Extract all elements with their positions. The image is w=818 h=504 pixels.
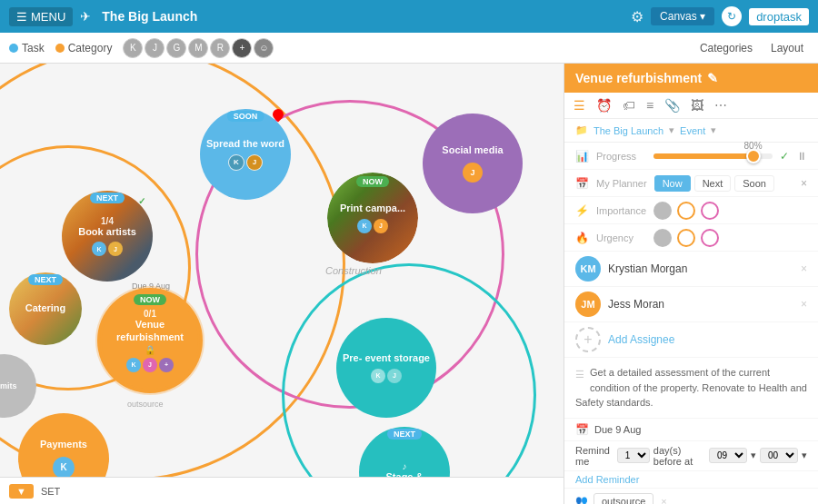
add-assignee-row[interactable]: + Add Assignee [564, 322, 818, 358]
urgency-dots [653, 229, 719, 247]
pause-icon[interactable]: ⏸ [796, 150, 807, 163]
importance-dot-1[interactable] [653, 202, 672, 220]
task-name-print: Print campa... [334, 203, 411, 214]
task-pre-event-storage[interactable]: Pre- event storage K J [336, 318, 436, 418]
due-date-row: 📅 Due 9 Aug [564, 419, 818, 441]
venue-fraction: 0/1 [144, 309, 156, 319]
payments-av1: K [53, 457, 75, 479]
remind-sep: ▾ [751, 450, 756, 461]
progress-thumb[interactable] [746, 149, 761, 163]
importance-dot-3[interactable] [701, 202, 719, 220]
remind-hour-select[interactable]: 0910 [709, 448, 747, 463]
outsource-button[interactable]: outsource [594, 493, 653, 505]
panel-toolbar: ☰ ⏰ 🏷 ≡ 📎 🖼 ⋯ [564, 93, 818, 119]
task-spread-the-word[interactable]: SOON Spread the word K J [200, 109, 291, 200]
breadcrumb-event[interactable]: Event [680, 125, 705, 136]
bc-folder-icon: 📁 [575, 124, 588, 136]
description-tool-icon[interactable]: ☰ [574, 98, 585, 113]
remind-row: Remind me 123 day(s) before at 0910 ▾ 00… [564, 441, 818, 471]
badge-next-catering: NEXT [28, 274, 63, 285]
panel-header: Venue refurbishment ✎ [564, 64, 818, 93]
image-tool-icon[interactable]: 🖼 [691, 98, 703, 113]
task-name-payments: Payments [35, 439, 93, 450]
importance-dot-2[interactable] [677, 202, 695, 220]
alarm-tool-icon[interactable]: ⏰ [596, 98, 612, 113]
add-assignee-label[interactable]: Add Assignee [608, 333, 674, 346]
task-venue-refurbishment[interactable]: NOW 0/1 Venue refurbishment 🔒 K J + [100, 291, 200, 390]
layout-button[interactable]: Layout [765, 40, 809, 56]
remind-min-select[interactable]: 001530 [760, 448, 798, 463]
planner-next-button[interactable]: Next [694, 175, 732, 192]
filterbar: ▼ SET [0, 477, 564, 504]
task-print-campaign[interactable]: NOW Print campa... K J [327, 173, 418, 263]
avatar-6[interactable]: + [232, 38, 252, 58]
edit-icon[interactable]: ✎ [707, 71, 718, 85]
more-tool-icon[interactable]: ⋯ [714, 98, 727, 113]
remind-min-arrow: ▾ [802, 450, 807, 461]
filter-button[interactable]: ▼ [9, 484, 34, 499]
assignee-remove-1[interactable]: × [801, 262, 807, 275]
tag-tool-icon[interactable]: 🏷 [623, 98, 635, 113]
urgency-dot-2[interactable] [677, 229, 695, 247]
remind-days-select[interactable]: 123 [617, 448, 650, 463]
canvas[interactable]: Construction SOON Spread the word K J NE… [0, 64, 564, 504]
avatar-4[interactable]: M [188, 38, 208, 58]
task-name-social: Social media [436, 144, 508, 156]
avatar-filter-group[interactable]: K J G M R + ☺ [123, 38, 274, 58]
urgency-row: 🔥 Urgency [564, 224, 818, 252]
description-icon: ☰ [575, 367, 584, 382]
menu-button[interactable]: ☰ MENU [9, 7, 73, 26]
task-name-permits: ermits [0, 381, 23, 391]
venue-av2: J [143, 358, 157, 372]
planner-now-button[interactable]: Now [654, 175, 691, 192]
urgency-dot-1[interactable] [653, 229, 672, 247]
task-catering[interactable]: NEXT Catering [9, 272, 82, 345]
social-av1: J [463, 163, 483, 183]
task-social-media[interactable]: Social media J [423, 114, 523, 213]
breadcrumb-project[interactable]: The Big Launch [594, 125, 663, 136]
avatar-5[interactable]: R [210, 38, 230, 58]
list-tool-icon[interactable]: ≡ [646, 98, 653, 113]
venue-outsource-label: outsource [127, 400, 164, 409]
avatar-1[interactable]: K [123, 38, 143, 58]
planner-close-icon[interactable]: × [801, 177, 807, 190]
task-name-catering: Catering [20, 302, 72, 314]
planner-row: 📅 My Planner Now Next Soon × [564, 170, 818, 197]
outsource-panel: 👥 outsource × [564, 488, 818, 505]
badge-now-venue: NOW [134, 294, 166, 305]
urgency-dot-3[interactable] [701, 229, 719, 247]
planner-buttons: Now Next Soon [654, 175, 774, 192]
outsource-close-icon[interactable]: × [661, 496, 666, 505]
task-name-book: Book artists [73, 226, 142, 238]
urgency-icon: 🔥 [575, 232, 589, 244]
venue-av1: K [126, 358, 141, 372]
avatar-3[interactable]: G [166, 38, 186, 58]
settings-icon[interactable]: ⚙ [631, 8, 643, 25]
check-icon[interactable]: ✓ [780, 150, 789, 163]
progress-container[interactable]: 80% [653, 153, 773, 159]
task-book-artists[interactable]: NEXT 1/4 Book artists K J ✓ [62, 191, 153, 282]
menu-label: MENU [31, 10, 65, 24]
badge-now-print: NOW [356, 176, 389, 187]
progress-label: Progress [596, 151, 646, 162]
book-artists-bg: NEXT 1/4 Book artists K J ✓ [62, 191, 153, 282]
avatar-7[interactable]: ☺ [254, 38, 274, 58]
task-avatars-spread: K J [228, 154, 263, 171]
planner-soon-button[interactable]: Soon [734, 175, 774, 192]
categories-button[interactable]: Categories [694, 40, 758, 56]
planner-label: My Planner [596, 178, 647, 189]
badge-soon: SOON [227, 111, 264, 122]
construction-label: Construction [325, 265, 382, 276]
checkmark-icon: ✓ [138, 196, 145, 206]
add-reminder-link[interactable]: Add Reminder [564, 471, 818, 488]
attach-tool-icon[interactable]: 📎 [664, 98, 680, 113]
category-filter[interactable]: Category [55, 42, 113, 54]
assignee-remove-2[interactable]: × [801, 298, 807, 311]
canvas-button[interactable]: Canvas ▾ [651, 7, 714, 25]
avatar-2[interactable]: J [145, 38, 165, 58]
task-filter[interactable]: Task [9, 42, 45, 54]
progress-track[interactable]: 80% [653, 153, 773, 159]
hamburger-icon: ☰ [16, 10, 27, 24]
lock-icon: 🔒 [145, 345, 155, 355]
outsource-icon: 👥 [575, 495, 588, 504]
